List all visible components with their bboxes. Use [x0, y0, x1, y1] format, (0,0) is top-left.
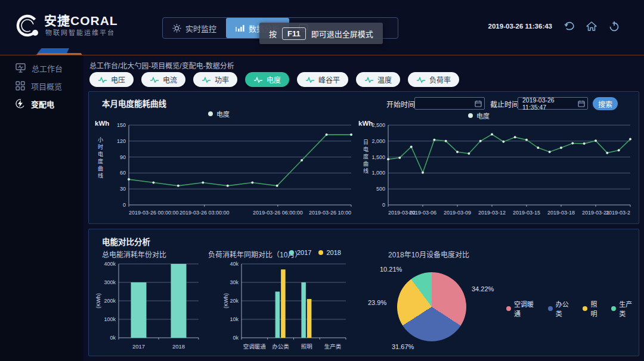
svg-text:90: 90 — [120, 154, 126, 160]
svg-text:生产类: 生产类 — [324, 343, 342, 350]
legend-dot — [289, 250, 294, 255]
tab-energy[interactable]: 电度 — [245, 72, 289, 87]
legend-item-hvac[interactable]: 空调暖通 — [506, 299, 540, 318]
yearly-bar-chart: 0k100k200k300k400k(KWh)20172018 — [94, 260, 202, 351]
legend-dot — [318, 250, 323, 255]
legend-item-lighting[interactable]: 照明 — [583, 299, 603, 318]
datetime-display: 2019-03-26 11:36:43 — [488, 23, 552, 30]
legend-item-2018[interactable]: 2018 — [318, 249, 340, 256]
monthly-bar-legend: 2017 2018 — [289, 249, 341, 256]
svg-text:2018: 2018 — [172, 343, 185, 350]
svg-text:2017: 2017 — [132, 343, 145, 350]
energy-curve-panel: 本月电度能耗曲线 电度 kWh 小时电度曲线 03060901201502019… — [88, 91, 639, 224]
tab-label: 电流 — [163, 74, 177, 85]
pulse-icon — [305, 76, 315, 83]
home-icon[interactable] — [586, 20, 597, 32]
svg-text:40k: 40k — [230, 261, 239, 267]
nav-realtime-label: 实时监控 — [185, 23, 216, 34]
hourly-axis-name: 小时电度曲线 — [97, 137, 104, 180]
svg-text:2019-03-09: 2019-03-09 — [444, 210, 471, 216]
legend-dot — [208, 111, 213, 116]
svg-text:2019-03-18: 2019-03-18 — [547, 210, 575, 216]
daily-line-chart: 05001,0001,5002,0002,5002019-03-022019-0… — [367, 120, 636, 217]
monthly-bar-chart: 0k10k20k30k40k(KWh)空调暖通办公类照明生产类 — [221, 260, 349, 351]
sidebar-item-workbench[interactable]: 总工作台 — [0, 59, 83, 77]
search-button[interactable]: 搜索 — [593, 97, 618, 110]
pulse-icon — [98, 76, 107, 83]
legend-dot — [583, 306, 587, 311]
legend-item-2017[interactable]: 2017 — [289, 249, 311, 256]
back-icon[interactable] — [563, 20, 575, 32]
compare-section-title: 电能对比分析 — [102, 235, 150, 247]
svg-text:2019-03-2: 2019-03-2 — [606, 210, 630, 216]
sidebar-item-power-distribution[interactable]: 变配电 — [0, 95, 83, 113]
gear-icon — [172, 24, 181, 33]
svg-text:2019-03-15: 2019-03-15 — [513, 210, 540, 216]
svg-text:0: 0 — [123, 202, 126, 208]
tab-power[interactable]: 功率 — [193, 72, 237, 87]
tab-label: 温度 — [377, 74, 392, 85]
device-pie-chart[interactable] — [397, 272, 466, 341]
end-time-input[interactable]: 2019-03-26 11:35:47 — [518, 97, 588, 110]
pulse-icon — [416, 76, 426, 83]
svg-text:150: 150 — [117, 122, 126, 128]
lightning-icon — [16, 99, 25, 108]
svg-text:100k: 100k — [104, 316, 116, 322]
tooltip-suffix: 即可退出全屏模式 — [311, 28, 373, 39]
workbench-monitor-icon — [16, 63, 26, 73]
sidebar-item-project-overview[interactable]: 项目概览 — [0, 77, 83, 95]
pie-title: 2018年10月设备电度对比 — [388, 249, 469, 259]
svg-text:(KWh): (KWh) — [95, 293, 101, 309]
svg-text:10k: 10k — [230, 316, 239, 322]
app-title: 安捷CORAL — [44, 11, 118, 29]
legend-dot — [468, 113, 473, 118]
legend-dot — [611, 306, 616, 311]
svg-text:(KWh): (KWh) — [223, 293, 229, 309]
yearly-bar-title: 总电能消耗年份对比 — [102, 249, 166, 259]
tab-voltage[interactable]: 电压 — [89, 72, 134, 87]
grid-icon — [16, 81, 25, 91]
svg-text:120: 120 — [117, 138, 126, 144]
svg-text:2019-03-26 10:00: 2019-03-26 10:00 — [309, 210, 351, 216]
svg-text:2,000: 2,000 — [371, 138, 385, 144]
svg-text:空调暖通: 空调暖通 — [243, 343, 267, 350]
tab-load-rate[interactable]: 负荷率 — [408, 72, 459, 87]
fullscreen-exit-tooltip: 按 F11 即可退出全屏模式 — [259, 23, 383, 44]
svg-text:2,500: 2,500 — [371, 122, 385, 128]
main-content: 总工作台/北大勺园-项目概览/变配电-数据分析 电压 电流 功率 电度 峰谷平 … — [83, 55, 644, 361]
daily-chart-legend[interactable]: 电度 — [468, 111, 490, 120]
tab-peak-valley[interactable]: 峰谷平 — [297, 72, 348, 87]
svg-text:300k: 300k — [104, 279, 116, 285]
power-icon[interactable] — [608, 20, 620, 32]
legend-label: 2017 — [297, 249, 311, 256]
svg-text:20k: 20k — [230, 298, 239, 304]
pulse-icon — [253, 76, 263, 83]
svg-text:30k: 30k — [230, 279, 239, 285]
end-time-label: 截止时间 — [490, 99, 519, 109]
legend-item-office[interactable]: 办公类 — [548, 299, 575, 318]
energy-compare-panel: 电能对比分析 总电能消耗年份对比 0k100k200k300k400k(KWh)… — [88, 229, 639, 356]
svg-text:2019-03-26 03:00:00: 2019-03-26 03:00:00 — [179, 210, 230, 216]
start-time-input[interactable] — [414, 97, 485, 110]
legend-dot — [506, 306, 511, 311]
svg-text:2019-03-12: 2019-03-12 — [478, 210, 506, 216]
legend-item-production[interactable]: 生产类 — [611, 299, 639, 318]
pie-label-hvac: 34.22% — [472, 285, 494, 292]
svg-text:2019-03-06: 2019-03-06 — [409, 210, 436, 216]
calendar-icon[interactable] — [475, 100, 482, 107]
svg-text:0: 0 — [382, 202, 385, 208]
legend-dot — [548, 306, 553, 311]
tab-current[interactable]: 电流 — [141, 72, 185, 87]
nav-realtime-monitor[interactable]: 实时监控 — [163, 18, 226, 38]
dashboard-root: 安捷CORAL 物联网智能运维平台 实时监控 — [0, 0, 644, 361]
start-time-label: 开始时间 — [386, 99, 415, 109]
legend-label: 电度 — [216, 109, 230, 119]
hourly-chart-legend[interactable]: 电度 — [208, 109, 230, 119]
legend-label: 电度 — [476, 111, 490, 120]
tab-temperature[interactable]: 温度 — [356, 72, 400, 87]
metric-tabs: 电压 电流 功率 电度 峰谷平 温度 负荷率 — [89, 72, 459, 87]
svg-text:2019-03-26 06:00:00: 2019-03-26 06:00:00 — [253, 210, 303, 216]
pulse-icon — [364, 76, 374, 83]
breadcrumb[interactable]: 总工作台/北大勺园-项目概览/变配电-数据分析 — [89, 60, 234, 70]
calendar-icon[interactable] — [578, 100, 585, 107]
